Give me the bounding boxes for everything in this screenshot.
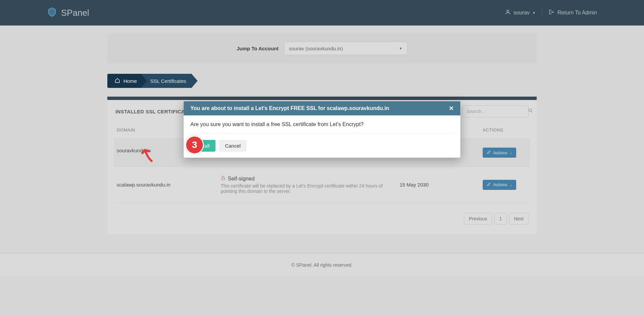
cancel-button[interactable]: Cancel xyxy=(219,140,247,152)
modal-question: Are you sure you want to install a free … xyxy=(191,121,454,134)
home-icon xyxy=(115,78,120,84)
modal-backdrop xyxy=(0,0,644,316)
modal-title: You are about to install a Let's Encrypt… xyxy=(191,105,389,111)
install-ssl-modal: You are about to install a Let's Encrypt… xyxy=(184,101,461,158)
breadcrumb-home-label: Home xyxy=(123,78,137,84)
breadcrumb-home[interactable]: Home xyxy=(107,74,141,88)
close-icon[interactable]: ✕ xyxy=(449,105,454,112)
modal-header: You are about to install a Let's Encrypt… xyxy=(184,101,461,115)
install-button[interactable]: Install xyxy=(191,140,216,152)
breadcrumb-current: SSL Certificates xyxy=(141,74,192,88)
